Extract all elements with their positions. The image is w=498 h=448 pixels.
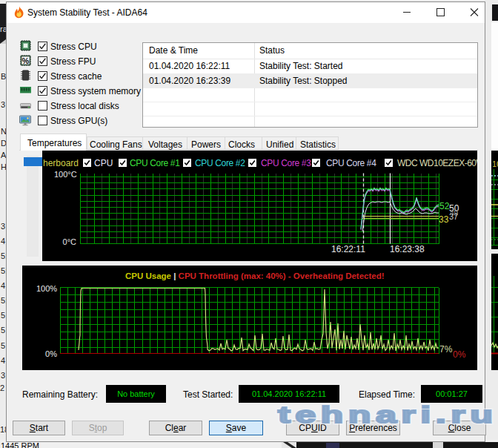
svg-text:%: % [22,56,30,65]
